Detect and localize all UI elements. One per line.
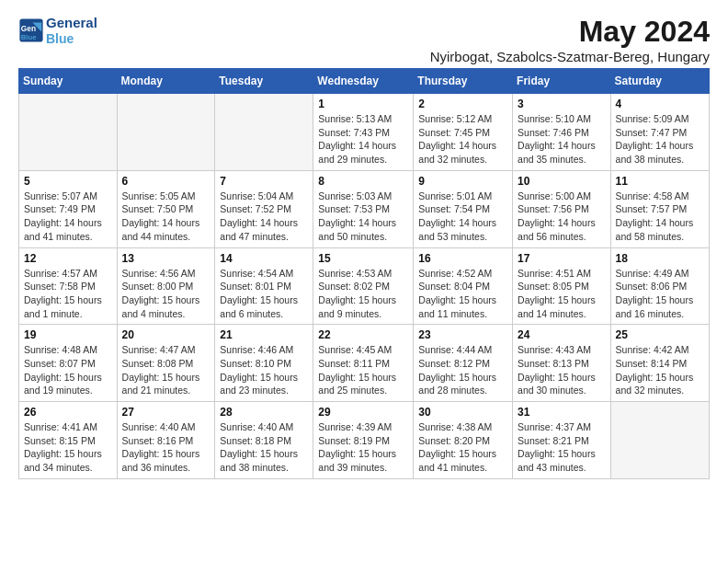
day-number: 2 [418, 98, 507, 110]
day-info: Sunrise: 4:37 AM Sunset: 8:21 PM Dayligh… [518, 420, 606, 475]
day-number: 20 [122, 328, 210, 341]
day-number: 7 [220, 175, 308, 188]
calendar-cell: 31Sunrise: 4:37 AM Sunset: 8:21 PM Dayli… [513, 402, 611, 479]
day-number: 26 [24, 406, 112, 419]
day-number: 13 [122, 252, 210, 265]
weekday-header-friday: Friday [513, 69, 611, 94]
calendar-cell [215, 94, 313, 171]
day-number: 18 [616, 252, 704, 265]
weekday-header-sunday: Sunday [19, 69, 118, 94]
day-info: Sunrise: 4:51 AM Sunset: 8:05 PM Dayligh… [518, 267, 606, 321]
day-info: Sunrise: 4:54 AM Sunset: 8:01 PM Dayligh… [220, 267, 308, 321]
svg-text:Gen: Gen [21, 25, 36, 34]
calendar-cell: 26Sunrise: 4:41 AM Sunset: 8:15 PM Dayli… [19, 402, 118, 479]
calendar-cell: 19Sunrise: 4:48 AM Sunset: 8:07 PM Dayli… [19, 325, 118, 402]
calendar-cell: 16Sunrise: 4:52 AM Sunset: 8:04 PM Dayli… [414, 247, 513, 325]
day-number: 10 [518, 175, 606, 188]
weekday-header-row: SundayMondayTuesdayWednesdayThursdayFrid… [19, 69, 710, 94]
day-number: 28 [220, 406, 308, 419]
day-number: 3 [518, 98, 606, 110]
day-number: 25 [616, 328, 704, 341]
calendar-cell: 24Sunrise: 4:43 AM Sunset: 8:13 PM Dayli… [513, 325, 611, 402]
calendar-cell: 7Sunrise: 5:04 AM Sunset: 7:52 PM Daylig… [215, 170, 313, 247]
calendar-subtitle: Nyirbogat, Szabolcs-Szatmar-Bereg, Hunga… [430, 49, 710, 64]
svg-text:Blue: Blue [21, 33, 37, 41]
logo-icon: Gen Blue [18, 17, 44, 43]
calendar-cell: 30Sunrise: 4:38 AM Sunset: 8:20 PM Dayli… [414, 402, 513, 479]
day-info: Sunrise: 5:13 AM Sunset: 7:43 PM Dayligh… [318, 112, 408, 167]
day-number: 6 [122, 175, 210, 188]
day-number: 21 [220, 328, 308, 341]
day-info: Sunrise: 4:42 AM Sunset: 8:14 PM Dayligh… [616, 343, 704, 397]
day-number: 8 [318, 175, 408, 188]
day-info: Sunrise: 4:57 AM Sunset: 7:58 PM Dayligh… [24, 267, 112, 321]
page-header: Gen Blue General Blue May 2024 Nyirbogat… [18, 15, 710, 64]
day-number: 16 [418, 252, 507, 265]
day-number: 30 [418, 406, 507, 419]
calendar-cell: 18Sunrise: 4:49 AM Sunset: 8:06 PM Dayli… [610, 247, 709, 325]
calendar-cell [117, 94, 215, 171]
day-info: Sunrise: 5:00 AM Sunset: 7:56 PM Dayligh… [518, 190, 606, 244]
day-number: 23 [418, 328, 507, 341]
calendar-cell: 23Sunrise: 4:44 AM Sunset: 8:12 PM Dayli… [414, 325, 513, 402]
day-number: 11 [616, 175, 704, 188]
day-info: Sunrise: 5:04 AM Sunset: 7:52 PM Dayligh… [220, 190, 308, 244]
calendar-week-3: 12Sunrise: 4:57 AM Sunset: 7:58 PM Dayli… [19, 247, 710, 325]
day-number: 29 [318, 406, 408, 419]
calendar-cell: 20Sunrise: 4:47 AM Sunset: 8:08 PM Dayli… [117, 325, 215, 402]
day-info: Sunrise: 5:12 AM Sunset: 7:45 PM Dayligh… [418, 112, 507, 167]
calendar-cell [19, 94, 118, 171]
day-number: 12 [24, 252, 112, 265]
day-info: Sunrise: 4:40 AM Sunset: 8:16 PM Dayligh… [122, 420, 210, 475]
calendar-cell [610, 402, 709, 479]
calendar-cell: 3Sunrise: 5:10 AM Sunset: 7:46 PM Daylig… [513, 94, 611, 171]
title-block: May 2024 Nyirbogat, Szabolcs-Szatmar-Ber… [430, 15, 710, 64]
calendar-cell: 4Sunrise: 5:09 AM Sunset: 7:47 PM Daylig… [610, 94, 709, 171]
calendar-week-4: 19Sunrise: 4:48 AM Sunset: 8:07 PM Dayli… [19, 325, 710, 402]
day-number: 24 [518, 328, 606, 341]
day-info: Sunrise: 5:01 AM Sunset: 7:54 PM Dayligh… [418, 190, 507, 244]
day-info: Sunrise: 4:49 AM Sunset: 8:06 PM Dayligh… [616, 267, 704, 321]
logo-line2: Blue [46, 31, 97, 47]
calendar-header: SundayMondayTuesdayWednesdayThursdayFrid… [19, 69, 710, 94]
calendar-cell: 6Sunrise: 5:05 AM Sunset: 7:50 PM Daylig… [117, 170, 215, 247]
calendar-cell: 12Sunrise: 4:57 AM Sunset: 7:58 PM Dayli… [19, 247, 118, 325]
day-info: Sunrise: 4:38 AM Sunset: 8:20 PM Dayligh… [418, 420, 507, 475]
day-info: Sunrise: 5:07 AM Sunset: 7:49 PM Dayligh… [24, 190, 112, 244]
weekday-header-monday: Monday [117, 69, 215, 94]
calendar-title: May 2024 [430, 15, 710, 49]
day-info: Sunrise: 4:43 AM Sunset: 8:13 PM Dayligh… [518, 343, 606, 397]
day-info: Sunrise: 4:53 AM Sunset: 8:02 PM Dayligh… [318, 267, 408, 321]
day-info: Sunrise: 4:48 AM Sunset: 8:07 PM Dayligh… [24, 343, 112, 397]
day-number: 19 [24, 328, 112, 341]
day-info: Sunrise: 4:45 AM Sunset: 8:11 PM Dayligh… [318, 343, 408, 397]
logo: Gen Blue General Blue [18, 15, 97, 47]
calendar-cell: 25Sunrise: 4:42 AM Sunset: 8:14 PM Dayli… [610, 325, 709, 402]
calendar-cell: 14Sunrise: 4:54 AM Sunset: 8:01 PM Dayli… [215, 247, 313, 325]
day-number: 15 [318, 252, 408, 265]
calendar-cell: 15Sunrise: 4:53 AM Sunset: 8:02 PM Dayli… [313, 247, 414, 325]
day-info: Sunrise: 4:40 AM Sunset: 8:18 PM Dayligh… [220, 420, 308, 475]
day-info: Sunrise: 4:41 AM Sunset: 8:15 PM Dayligh… [24, 420, 112, 475]
day-info: Sunrise: 4:56 AM Sunset: 8:00 PM Dayligh… [122, 267, 210, 321]
weekday-header-wednesday: Wednesday [313, 69, 414, 94]
calendar-week-5: 26Sunrise: 4:41 AM Sunset: 8:15 PM Dayli… [19, 402, 710, 479]
day-number: 22 [318, 328, 408, 341]
day-info: Sunrise: 4:52 AM Sunset: 8:04 PM Dayligh… [418, 267, 507, 321]
calendar-week-1: 1Sunrise: 5:13 AM Sunset: 7:43 PM Daylig… [19, 94, 710, 171]
calendar-cell: 29Sunrise: 4:39 AM Sunset: 8:19 PM Dayli… [313, 402, 414, 479]
calendar-cell: 9Sunrise: 5:01 AM Sunset: 7:54 PM Daylig… [414, 170, 513, 247]
calendar-cell: 8Sunrise: 5:03 AM Sunset: 7:53 PM Daylig… [313, 170, 414, 247]
calendar-cell: 28Sunrise: 4:40 AM Sunset: 8:18 PM Dayli… [215, 402, 313, 479]
day-info: Sunrise: 4:46 AM Sunset: 8:10 PM Dayligh… [220, 343, 308, 397]
calendar-week-2: 5Sunrise: 5:07 AM Sunset: 7:49 PM Daylig… [19, 170, 710, 247]
day-number: 5 [24, 175, 112, 188]
calendar-cell: 22Sunrise: 4:45 AM Sunset: 8:11 PM Dayli… [313, 325, 414, 402]
calendar-table: SundayMondayTuesdayWednesdayThursdayFrid… [18, 68, 710, 479]
day-info: Sunrise: 4:47 AM Sunset: 8:08 PM Dayligh… [122, 343, 210, 397]
day-info: Sunrise: 4:39 AM Sunset: 8:19 PM Dayligh… [318, 420, 408, 475]
day-info: Sunrise: 4:44 AM Sunset: 8:12 PM Dayligh… [418, 343, 507, 397]
day-number: 31 [518, 406, 606, 419]
day-number: 17 [518, 252, 606, 265]
day-info: Sunrise: 5:09 AM Sunset: 7:47 PM Dayligh… [616, 112, 704, 167]
